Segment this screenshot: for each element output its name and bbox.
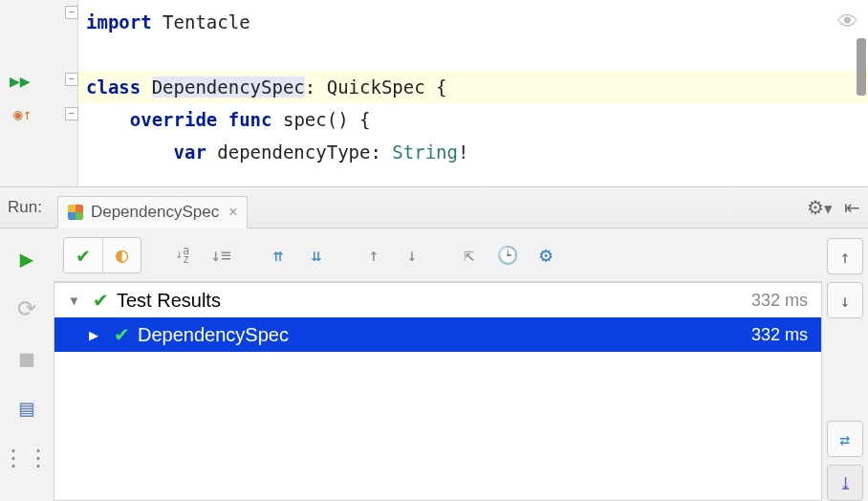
run-panel-header: Run: DependencySpec × ⚙▾ ⇤ <box>0 186 868 229</box>
layout-button[interactable]: ▤ <box>20 395 33 422</box>
expand-all-button[interactable]: ⇈ <box>262 238 294 272</box>
settings-gear-icon[interactable]: ⚙▾ <box>807 196 833 219</box>
module-name: Tentacle <box>163 11 250 33</box>
prev-failed-button[interactable]: ↑ <box>358 238 390 272</box>
keyword-func: func <box>228 109 272 130</box>
close-tab-icon[interactable]: × <box>228 204 237 221</box>
superclass-name: QuickSpec <box>327 76 425 98</box>
next-failed-button[interactable]: ↓ <box>396 238 428 272</box>
test-item-time: 332 ms <box>751 325 808 345</box>
test-tree[interactable]: ▼ ✔ Test Results 332 ms ▶ ✔ DependencySp… <box>54 282 822 501</box>
test-root-time: 332 ms <box>751 291 808 311</box>
fold-toggle-icon[interactable]: − <box>65 107 78 120</box>
fold-toggle-icon[interactable]: − <box>65 6 78 19</box>
pass-status-icon: ✔ <box>93 289 109 312</box>
fold-toggle-icon[interactable]: − <box>65 73 78 86</box>
test-settings-button[interactable]: ⚙ <box>530 238 562 272</box>
test-root-row[interactable]: ▼ ✔ Test Results 332 ms <box>54 283 821 317</box>
run-label: Run: <box>8 198 42 217</box>
scroll-up-button[interactable]: ↑ <box>827 238 863 274</box>
more-actions-button[interactable]: ⋮⋮ <box>2 445 52 471</box>
rerun-button[interactable]: ▶ <box>20 246 33 272</box>
inspections-eye-icon[interactable]: 👁 <box>837 6 858 38</box>
scroll-to-end-toggle[interactable]: ⤓ <box>827 465 863 501</box>
sort-alpha-button[interactable]: ↓a z <box>166 238 199 272</box>
expand-arrow-icon[interactable]: ▼ <box>68 294 85 308</box>
type-name: String <box>392 142 458 163</box>
keyword-class: class <box>86 76 141 98</box>
hide-panel-icon[interactable]: ⇤ <box>844 196 860 219</box>
export-results-button[interactable]: ⇱ <box>453 238 486 272</box>
run-gutter-icon[interactable]: ▶▶ <box>10 71 31 91</box>
editor-gutter: − ▶▶ − ◉↑ − <box>0 0 78 186</box>
run-config-tab[interactable]: DependencySpec × <box>57 196 249 229</box>
expand-arrow-icon[interactable]: ▶ <box>89 328 106 342</box>
import-results-button[interactable]: 🕒 <box>491 238 524 272</box>
run-right-rail: ↑ ↓ ⇄ ⤓ <box>822 229 868 501</box>
variable-decl: dependencyType: <box>217 142 392 163</box>
test-item-row[interactable]: ▶ ✔ DependencySpec 332 ms <box>54 317 821 352</box>
soft-wrap-toggle[interactable]: ⇄ <box>827 421 863 457</box>
toggle-auto-test-button[interactable]: ⟳ <box>17 295 36 322</box>
sort-duration-button[interactable]: ↓≡ <box>205 238 237 272</box>
test-item-label: DependencySpec <box>138 324 751 346</box>
keyword-import: import <box>86 11 152 33</box>
keyword-override: override <box>130 109 218 130</box>
run-panel: ▶ ⟳ ■ ▤ ⋮⋮ ✔ ◐ ↓a z ↓≡ ⇈ ⇊ ↑ ↓ ⇱ 🕒 ⚙ <box>0 229 868 501</box>
run-config-icon <box>68 205 83 220</box>
show-passed-toggle[interactable]: ✔ <box>64 238 102 272</box>
keyword-var: var <box>174 142 206 163</box>
test-results-panel: ✔ ◐ ↓a z ↓≡ ⇈ ⇊ ↑ ↓ ⇱ 🕒 ⚙ ▼ ✔ Test Resul… <box>54 229 822 501</box>
class-name: DependencySpec <box>152 76 305 98</box>
filter-group: ✔ ◐ <box>63 237 141 273</box>
collapse-all-button[interactable]: ⇊ <box>300 238 333 272</box>
breakpoint-override-icon[interactable]: ◉↑ <box>13 105 32 123</box>
stop-button[interactable]: ■ <box>20 345 33 372</box>
pass-status-icon: ✔ <box>114 323 130 346</box>
test-toolbar: ✔ ◐ ↓a z ↓≡ ⇈ ⇊ ↑ ↓ ⇱ 🕒 ⚙ <box>54 229 822 282</box>
scroll-down-button[interactable]: ↓ <box>827 282 863 318</box>
editor-scrollbar-thumb[interactable] <box>857 38 866 96</box>
code-editor[interactable]: − ▶▶ − ◉↑ − 👁 import Tentacle class Depe… <box>0 0 868 186</box>
show-ignored-toggle[interactable]: ◐ <box>102 238 141 272</box>
function-signature: spec() { <box>283 109 371 130</box>
code-area[interactable]: 👁 import Tentacle class DependencySpec: … <box>78 0 868 186</box>
run-config-name: DependencySpec <box>91 203 219 222</box>
run-left-rail: ▶ ⟳ ■ ▤ ⋮⋮ <box>0 229 54 501</box>
test-root-label: Test Results <box>117 290 751 312</box>
